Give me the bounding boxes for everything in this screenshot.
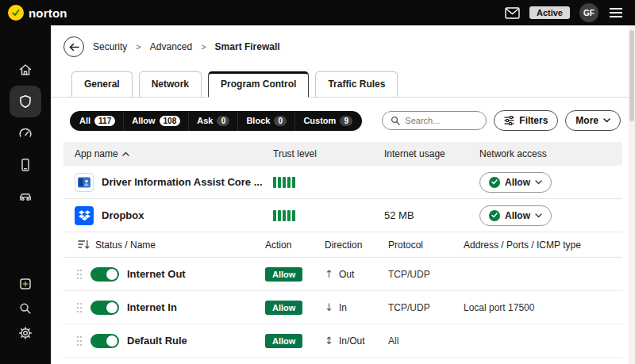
tab-network[interactable]: Network xyxy=(139,71,202,97)
norton-logo-icon xyxy=(8,5,24,21)
breadcrumb-advanced[interactable]: Advanced xyxy=(150,41,192,52)
breadcrumb-current: Smart Firewall xyxy=(215,41,280,52)
network-access-dropdown[interactable]: Allow xyxy=(479,205,552,226)
protocol-value: All xyxy=(388,335,464,347)
menu-icon[interactable] xyxy=(608,6,624,19)
app-name: Dropbox xyxy=(102,209,144,221)
driver-app-icon xyxy=(75,173,94,192)
sort-filter-icon[interactable] xyxy=(78,239,90,250)
avatar[interactable]: GF xyxy=(579,3,598,22)
internet-usage-header: Internet usage xyxy=(384,148,479,159)
filter-pill-allow[interactable]: Allow 108 xyxy=(123,111,188,131)
sidebar xyxy=(0,25,51,364)
filter-pill-all[interactable]: All 117 xyxy=(71,111,123,131)
direction-header: Direction xyxy=(325,239,388,251)
tab-general[interactable]: General xyxy=(71,71,133,97)
dropbox-app-icon xyxy=(75,206,94,225)
address-header: Address / Ports / ICMP type xyxy=(464,239,622,251)
phone-icon xyxy=(17,157,33,173)
network-access-dropdown[interactable]: Allow xyxy=(479,172,552,193)
filter-pill-custom[interactable]: Custom 9 xyxy=(294,111,360,131)
back-button[interactable] xyxy=(64,36,84,57)
direction-in-icon: ↓ xyxy=(325,301,333,313)
shield-icon xyxy=(17,94,33,109)
allow-check-icon xyxy=(489,210,500,221)
app-name-header[interactable]: App name xyxy=(75,148,273,159)
search-input[interactable] xyxy=(405,116,478,125)
program-table: App name Trust level Internet usage Netw… xyxy=(64,142,622,358)
sidebar-item-home[interactable] xyxy=(10,54,41,86)
mail-icon[interactable] xyxy=(505,7,520,19)
car-icon xyxy=(17,189,33,205)
count-badge: 108 xyxy=(160,116,181,126)
drag-handle-icon[interactable] xyxy=(76,335,83,347)
tab-bar: General Network Program Control Traffic … xyxy=(51,71,635,98)
status-name-header: Status / Name xyxy=(95,239,156,251)
trust-level-header: Trust level xyxy=(273,148,384,159)
action-badge: Allow xyxy=(265,301,302,315)
rule-toggle[interactable] xyxy=(90,267,119,282)
sidebar-item-security[interactable] xyxy=(10,86,41,117)
filters-icon xyxy=(504,116,514,125)
brand-wordmark: norton xyxy=(29,6,67,20)
home-icon xyxy=(17,62,33,78)
status-badge: Active xyxy=(529,6,570,19)
filter-pill-group: All 117 Allow 108 Ask 0 Block 0 xyxy=(70,111,362,131)
allow-check-icon xyxy=(489,177,500,188)
table-header: App name Trust level Internet usage Netw… xyxy=(64,142,622,166)
toolbar: All 117 Allow 108 Ask 0 Block 0 xyxy=(70,110,621,131)
search-box[interactable] xyxy=(382,111,487,130)
gear-icon xyxy=(17,325,33,341)
sidebar-item-privacy[interactable] xyxy=(10,149,41,181)
drag-handle-icon[interactable] xyxy=(76,301,83,314)
action-badge: Allow xyxy=(265,334,302,348)
count-badge: 9 xyxy=(340,116,352,126)
rule-name: Internet In xyxy=(127,301,177,313)
sidebar-item-add-device[interactable] xyxy=(10,271,41,296)
action-header: Action xyxy=(265,239,325,251)
tab-program-control[interactable]: Program Control xyxy=(208,71,309,98)
more-button[interactable]: More xyxy=(565,110,621,131)
rule-row: Internet Out Allow ↑Out TCP/UDP xyxy=(64,258,622,291)
search-icon xyxy=(391,116,400,125)
app-row[interactable]: Dropbox 52 MB Allow xyxy=(64,199,622,232)
network-access-header: Network access xyxy=(479,148,622,159)
sidebar-item-performance[interactable] xyxy=(10,117,41,149)
direction-out-icon: ↑ xyxy=(325,268,333,280)
protocol-value: TCP/UDP xyxy=(388,269,464,280)
breadcrumb-separator: > xyxy=(201,42,206,52)
sidebar-item-settings[interactable] xyxy=(10,320,41,345)
filter-pill-block[interactable]: Block 0 xyxy=(237,111,294,131)
rule-row: Default Rule Allow ↕In/Out All xyxy=(64,324,622,358)
rule-toggle[interactable] xyxy=(90,334,119,348)
app-row[interactable]: Driver Information Assist Core ... Allow xyxy=(64,166,622,199)
chevron-down-icon xyxy=(603,118,610,123)
topbar: norton Active GF xyxy=(0,0,635,25)
protocol-value: TCP/UDP xyxy=(388,302,464,313)
rule-name: Internet Out xyxy=(127,268,186,280)
rule-name: Default Rule xyxy=(127,335,187,347)
action-badge: Allow xyxy=(265,267,302,282)
internet-usage-value: 52 MB xyxy=(384,209,479,221)
filter-pill-ask[interactable]: Ask 0 xyxy=(188,111,237,131)
trust-level-bars xyxy=(273,177,384,188)
count-badge: 0 xyxy=(217,116,229,126)
breadcrumb-security[interactable]: Security xyxy=(93,41,127,52)
protocol-header: Protocol xyxy=(388,239,464,251)
sidebar-item-driving[interactable] xyxy=(10,181,41,213)
topbar-right: Active GF xyxy=(505,3,624,22)
chevron-down-icon xyxy=(535,180,542,185)
tab-traffic-rules[interactable]: Traffic Rules xyxy=(315,71,398,97)
scrollbar-thumb[interactable] xyxy=(629,30,634,121)
scrollbar-track[interactable] xyxy=(629,25,635,364)
app-window: norton Active GF xyxy=(0,0,635,364)
trust-level-bars xyxy=(273,210,384,221)
sidebar-item-search[interactable] xyxy=(10,296,41,320)
filters-button[interactable]: Filters xyxy=(494,110,558,131)
rule-toggle[interactable] xyxy=(90,301,119,315)
sort-asc-icon xyxy=(122,151,129,156)
count-badge: 117 xyxy=(94,116,115,126)
norton-brand: norton xyxy=(8,5,67,21)
drag-handle-icon[interactable] xyxy=(76,268,83,281)
main-content: Security > Advanced > Smart Firewall Gen… xyxy=(51,25,635,364)
